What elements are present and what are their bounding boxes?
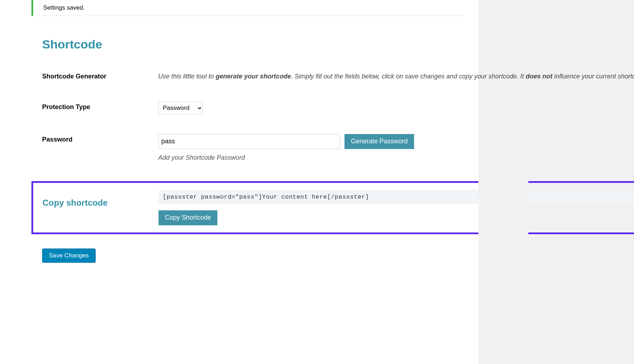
generate-password-button[interactable]: Generate Password <box>344 134 414 149</box>
page-title: Shortcode <box>42 37 634 51</box>
password-input[interactable] <box>158 134 340 149</box>
copy-shortcode-button[interactable]: Copy Shortcode <box>158 210 217 225</box>
copy-shortcode-label: Copy shortcode <box>42 190 158 225</box>
protection-type-select[interactable]: Password <box>158 102 203 114</box>
protection-type-label: Protection Type <box>42 102 158 111</box>
shortcode-generator-label: Shortcode Generator <box>42 71 158 80</box>
password-row: Password Generate Password Add your Shor… <box>31 134 634 162</box>
copy-shortcode-highlight: Copy shortcode [passster password="pass"… <box>31 181 634 234</box>
password-sub-text: Add your Shortcode Password <box>158 154 634 162</box>
main-column: Shortcode Shortcode Generator Use this l… <box>31 37 634 263</box>
notice-text: Settings saved. <box>43 4 85 11</box>
shortcode-generator-description: Use this little tool to generate your sh… <box>158 71 634 82</box>
right-gutter <box>478 125 528 364</box>
shortcode-generator-row: Shortcode Generator Use this little tool… <box>31 71 634 82</box>
protection-type-row: Protection Type Password <box>31 102 634 114</box>
shortcode-output: [passster password="pass"]Your content h… <box>158 190 634 204</box>
save-changes-button[interactable]: Save Changes <box>42 248 96 263</box>
settings-saved-notice: Settings saved. <box>31 0 464 16</box>
password-label: Password <box>42 134 158 143</box>
